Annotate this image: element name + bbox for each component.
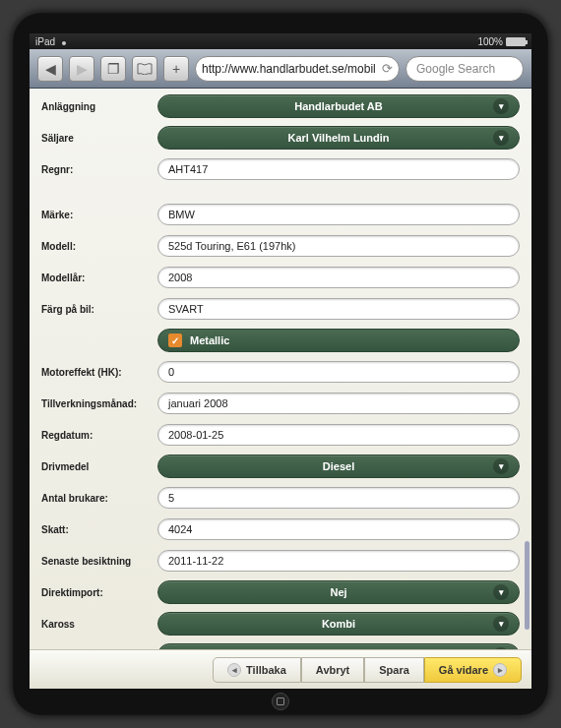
label-modellar: Modellår:	[41, 273, 157, 283]
input-skatt[interactable]: 4024	[157, 518, 520, 540]
button-label: Spara	[379, 664, 409, 676]
label-regdatum: Regdatum:	[41, 430, 157, 441]
select-value: Karl Vilhelm Lundin	[287, 132, 389, 144]
select-value: Kombi	[322, 618, 355, 630]
chevron-down-icon: ▾	[493, 616, 509, 632]
label-anlaggning: Anläggning	[41, 101, 157, 112]
select-value: Nej	[330, 586, 346, 598]
input-modell[interactable]: 525d Touring, E61 (197hk)	[157, 235, 520, 257]
input-tillverkningsmanad[interactable]: januari 2008	[157, 393, 520, 414]
input-value: 2008-01-25	[168, 429, 223, 441]
status-bar: iPad 100%	[30, 33, 531, 49]
label-motoreffekt: Motoreffekt (HK):	[41, 367, 157, 378]
book-icon	[137, 63, 153, 75]
label-regnr: Regnr:	[41, 164, 157, 175]
select-direktimport[interactable]: Nej ▾	[157, 580, 520, 604]
input-farg[interactable]: SVART	[157, 298, 520, 320]
browser-toolbar: ◀ ▶ ❐ + http://www.handlarbudet.se/mobil…	[30, 49, 531, 89]
label-direktimport: Direktimport:	[41, 587, 157, 598]
input-value: 4024	[168, 523, 192, 535]
button-label: Tillbaka	[246, 664, 286, 676]
forward-arrow-icon: ▸	[493, 663, 507, 677]
page-content: Anläggning Handlarbudet AB ▾ Säljare Kar…	[30, 89, 531, 689]
chevron-down-icon: ▾	[493, 458, 509, 474]
input-marke[interactable]: BMW	[157, 204, 520, 225]
select-value: Diesel	[323, 460, 354, 472]
label-marke: Märke:	[41, 210, 157, 220]
select-kaross[interactable]: Kombi ▾	[157, 612, 520, 636]
url-text: http://www.handlarbudet.se/mobil	[202, 62, 382, 76]
input-modellar[interactable]: 2008	[157, 267, 520, 288]
forward-button[interactable]: ▶	[69, 56, 94, 82]
input-value: SVART	[168, 303, 204, 315]
chevron-down-icon: ▾	[493, 130, 509, 146]
input-value: 2011-11-22	[168, 555, 223, 567]
gavidare-button[interactable]: Gå vidare ▸	[424, 657, 522, 683]
label-saljare: Säljare	[41, 133, 157, 144]
input-value: 2008	[168, 272, 192, 283]
input-value: 0	[168, 366, 174, 378]
tillbaka-button[interactable]: ◂ Tillbaka	[213, 657, 301, 683]
input-regnr[interactable]: AHT417	[157, 158, 520, 180]
checkbox-label: Metallic	[190, 334, 229, 346]
label-senastebesiktning: Senaste besiktning	[41, 556, 157, 567]
scrollbar[interactable]	[525, 541, 530, 630]
button-label: Avbryt	[316, 664, 349, 676]
bottom-bar: ◂ Tillbaka Avbryt Spara Gå vidare ▸	[30, 649, 531, 689]
bookmarks-button[interactable]	[132, 56, 157, 82]
label-drivmedel: Drivmedel	[41, 461, 157, 472]
device-label: iPad	[35, 36, 55, 47]
pages-button[interactable]: ❐	[100, 56, 126, 82]
battery-icon	[506, 37, 526, 46]
battery-percent: 100%	[477, 36, 503, 47]
label-antalbrukare: Antal brukare:	[41, 493, 157, 504]
input-antalbrukare[interactable]: 5	[157, 487, 520, 509]
input-regdatum[interactable]: 2008-01-25	[157, 424, 520, 446]
input-value: januari 2008	[168, 397, 228, 409]
label-farg: Färg på bil:	[41, 304, 157, 315]
label-modell: Modell:	[41, 241, 157, 252]
input-senastebesiktning[interactable]: 2011-11-22	[157, 550, 520, 572]
label-skatt: Skatt:	[41, 524, 157, 535]
spara-button[interactable]: Spara	[364, 657, 424, 683]
select-value: Handlarbudet AB	[294, 100, 382, 112]
button-label: Gå vidare	[439, 664, 488, 676]
select-drivmedel[interactable]: Diesel ▾	[157, 455, 520, 478]
avbryt-button[interactable]: Avbryt	[301, 657, 364, 683]
select-anlaggning[interactable]: Handlarbudet AB ▾	[157, 94, 520, 118]
checkbox-metallic[interactable]: ✓ Metallic	[157, 329, 520, 352]
back-arrow-icon: ◂	[227, 663, 241, 677]
input-value: BMW	[168, 209, 195, 220]
label-tillverkningsmanad: Tillverkningsmånad:	[41, 398, 157, 409]
refresh-icon[interactable]: ⟳	[382, 61, 393, 76]
screen: iPad 100% ◀ ▶ ❐ + http://www.handlarbude…	[30, 33, 531, 689]
input-value: 525d Touring, E61 (197hk)	[168, 240, 295, 252]
form-area[interactable]: Anläggning Handlarbudet AB ▾ Säljare Kar…	[30, 89, 531, 649]
input-motoreffekt[interactable]: 0	[157, 361, 520, 383]
url-bar[interactable]: http://www.handlarbudet.se/mobil ⟳	[195, 56, 400, 82]
home-button[interactable]	[272, 693, 289, 710]
search-placeholder: Google Search	[416, 62, 495, 76]
ipad-frame: iPad 100% ◀ ▶ ❐ + http://www.handlarbude…	[12, 12, 549, 716]
input-value: 5	[168, 492, 174, 504]
wifi-icon	[59, 37, 69, 45]
check-icon: ✓	[168, 334, 182, 347]
select-saljare[interactable]: Karl Vilhelm Lundin ▾	[157, 126, 520, 150]
input-value: AHT417	[168, 163, 208, 175]
label-kaross: Kaross	[41, 619, 157, 630]
add-button[interactable]: +	[163, 56, 189, 82]
chevron-down-icon: ▾	[493, 98, 509, 114]
chevron-down-icon: ▾	[493, 584, 509, 600]
search-input[interactable]: Google Search	[405, 56, 524, 82]
back-button[interactable]: ◀	[37, 56, 63, 82]
